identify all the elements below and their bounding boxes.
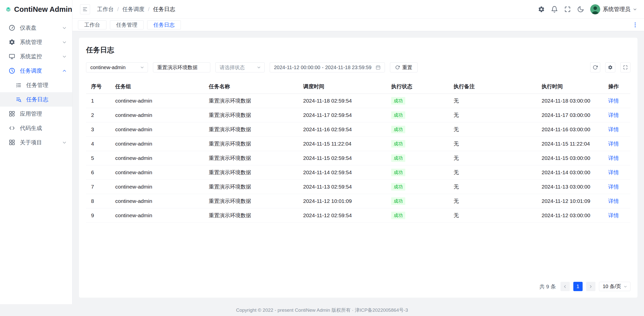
cell-schedule-time: 2024-11-17 02:59:54 [299,108,387,122]
cell-action: 详情 [600,180,630,194]
fullscreen-icon [623,65,628,70]
detail-link[interactable]: 详情 [608,155,619,161]
pagination-page-1[interactable]: 1 [573,282,583,291]
chevron-down-icon [62,26,67,30]
sidebar-menu: 仪表盘 系统管理 系统监控 任务调度 [0,19,72,304]
sidebar-item-label: 系统监控 [20,53,58,60]
calendar-icon [376,65,381,70]
date-range-picker[interactable]: 2024-11-12 00:00:00 - 2024-11-18 23:59:5… [270,62,385,72]
cell-name: 重置演示环境数据 [205,180,299,194]
col-header-seq: 序号 [86,79,111,94]
status-badge: 成功 [391,154,405,162]
status-select[interactable]: 请选择状态 [215,62,265,72]
user-name: 系统管理员 [603,6,630,13]
table-row: 7 continew-admin 重置演示环境数据 2024-11-13 02:… [86,180,630,194]
page-size-value: 10 条/页 [603,283,621,290]
cell-seq: 4 [86,137,111,151]
cell-seq: 2 [86,108,111,122]
task-group-select-value: continew-admin [90,65,126,70]
task-log-icon [16,97,22,103]
sidebar-item-dashboard[interactable]: 仪表盘 [0,21,72,35]
chevron-down-icon [62,140,67,145]
refresh-icon [395,65,400,70]
sidebar-item-label: 关于项目 [20,139,58,146]
column-settings-button[interactable] [605,62,615,72]
user-menu[interactable]: 系统管理员 [590,4,637,14]
pagination-total: 共 9 条 [539,283,556,290]
detail-link[interactable]: 详情 [608,141,619,147]
task-name-field [153,62,210,72]
cell-remark: 无 [450,194,538,208]
topbar: 工作台 / 任务调度 / 任务日志 系统管理员 [72,0,644,19]
cell-schedule-time: 2024-11-14 02:59:54 [299,165,387,180]
sidebar-item-app-management[interactable]: 应用管理 [0,107,72,121]
sidebar-item-task-log[interactable]: 任务日志 [0,92,72,107]
status-badge: 成功 [391,183,405,191]
sidebar-item-about-project[interactable]: 关于项目 [0,135,72,150]
dark-mode-moon-icon[interactable] [577,6,584,13]
table-fullscreen-button[interactable] [620,62,630,72]
detail-link[interactable]: 详情 [608,98,619,104]
avatar [590,4,600,14]
reset-button[interactable]: 重置 [390,62,418,72]
task-name-input[interactable] [157,65,206,70]
right-column: 工作台 / 任务调度 / 任务日志 系统管理员 [72,0,644,304]
logo-icon [6,4,11,15]
cell-status: 成功 [387,180,450,194]
cell-seq: 9 [86,208,111,223]
dashboard-icon [9,24,15,31]
task-log-card: 任务日志 continew-admin 请选择状态 [79,38,637,298]
detail-link[interactable]: 详情 [608,126,619,132]
cell-name: 重置演示环境数据 [205,208,299,223]
cell-status: 成功 [387,194,450,208]
tab-more-icon[interactable] [632,22,638,28]
code-icon [9,125,15,131]
cell-name: 重置演示环境数据 [205,151,299,165]
cell-group: continew-admin [111,180,205,194]
table-row: 4 continew-admin 重置演示环境数据 2024-11-15 11:… [86,137,630,151]
tab-task-management[interactable]: 任务管理 [110,20,144,29]
task-log-table: 序号 任务组 任务名称 调度时间 执行状态 执行备注 执行时间 操作 [86,79,630,223]
tab-workbench[interactable]: 工作台 [78,20,106,29]
detail-link[interactable]: 详情 [608,212,619,218]
detail-link[interactable]: 详情 [608,198,619,204]
apps-icon [9,110,15,117]
refresh-table-button[interactable] [590,62,600,72]
date-range-separator: - [322,65,324,70]
cell-remark: 无 [450,108,538,122]
cell-action: 详情 [600,122,630,137]
settings-icon[interactable] [538,6,545,13]
detail-link[interactable]: 详情 [608,184,619,190]
breadcrumb-item[interactable]: 任务调度 [122,6,144,13]
status-badge: 成功 [391,111,405,119]
sidebar-item-system-monitor[interactable]: 系统监控 [0,49,72,64]
sidebar-item-code-generation[interactable]: 代码生成 [0,121,72,135]
page-title: 任务日志 [86,45,630,55]
sidebar-item-task-management[interactable]: 任务管理 [0,78,72,92]
sidebar-item-system-management[interactable]: 系统管理 [0,35,72,49]
cell-name: 重置演示环境数据 [205,194,299,208]
pagination-prev-button[interactable] [560,282,570,291]
detail-link[interactable]: 详情 [608,112,619,118]
fullscreen-icon[interactable] [564,6,571,13]
sidebar-collapse-button[interactable] [80,4,90,14]
cell-name: 重置演示环境数据 [205,94,299,108]
cell-remark: 无 [450,180,538,194]
gear-icon [608,65,613,70]
notification-bell-icon[interactable] [551,6,558,13]
cell-name: 重置演示环境数据 [205,108,299,122]
pagination-next-button[interactable] [586,282,595,291]
status-badge: 成功 [391,197,405,205]
breadcrumb-item[interactable]: 工作台 [97,6,114,13]
detail-link[interactable]: 详情 [608,169,619,175]
sidebar-item-label: 任务日志 [26,96,67,103]
chevron-down-icon [624,285,627,288]
filter-bar: continew-admin 请选择状态 2024-11-12 00:00:00 [86,62,630,72]
tab-task-log[interactable]: 任务日志 [147,20,181,29]
table-row: 1 continew-admin 重置演示环境数据 2024-11-18 02:… [86,94,630,108]
sidebar-item-task-scheduling[interactable]: 任务调度 [0,64,72,78]
task-group-select[interactable]: continew-admin [86,62,148,72]
gear-icon [9,39,15,46]
chevron-down-icon [140,65,144,69]
page-size-select[interactable]: 10 条/页 [599,282,630,291]
